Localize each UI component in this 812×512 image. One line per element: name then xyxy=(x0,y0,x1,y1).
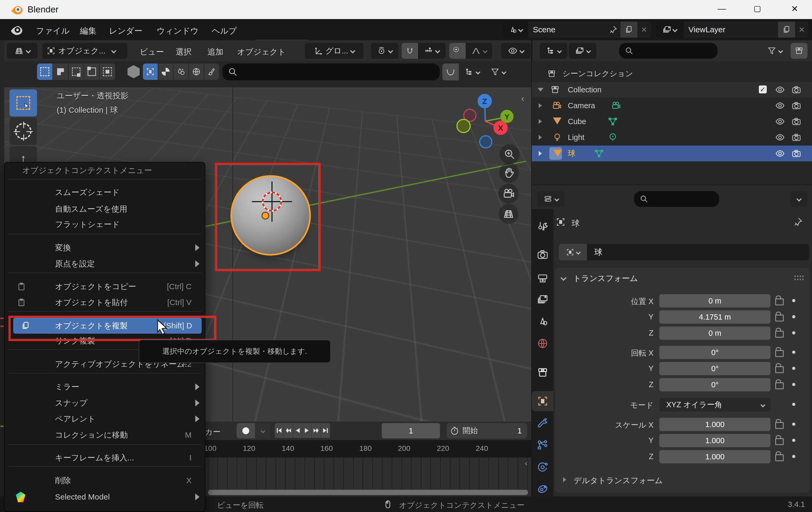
delta-transform-label[interactable]: デルタトランスフォーム xyxy=(574,475,663,486)
scene-pin-icon[interactable] xyxy=(609,25,618,34)
properties-options-dropdown[interactable] xyxy=(790,191,808,207)
disclosure-closed-icon[interactable] xyxy=(539,119,542,124)
viewlayer-browse-button[interactable] xyxy=(656,22,684,37)
outliner-row-scene-collection[interactable]: シーンコレクション xyxy=(532,66,812,82)
menu-object[interactable]: オブジェクト xyxy=(237,47,286,57)
menu-item-copy-object[interactable]: オブジェクトをコピー[Ctrl] C xyxy=(5,279,205,294)
jump-end-button[interactable] xyxy=(321,423,330,438)
scene-name[interactable]: Scene xyxy=(533,25,609,34)
proportional-edit-toggle[interactable] xyxy=(449,43,466,59)
menu-edit[interactable]: 編集 xyxy=(80,25,96,36)
keyframe-dot[interactable] xyxy=(792,331,795,335)
panel-grip-icon[interactable] xyxy=(794,275,804,281)
outliner-filter-dropdown[interactable] xyxy=(761,43,788,59)
next-keyframe-button[interactable] xyxy=(312,423,321,438)
camera-data-icon[interactable] xyxy=(611,101,621,110)
hide-eye-icon[interactable] xyxy=(775,101,785,110)
snap-toggle[interactable] xyxy=(402,43,418,59)
lock-icon[interactable] xyxy=(775,422,784,429)
play-button[interactable] xyxy=(302,423,311,438)
hide-eye-icon[interactable] xyxy=(775,117,785,126)
pan-hand-button[interactable] xyxy=(499,163,519,183)
exclude-checkbox[interactable]: ✓ xyxy=(759,85,767,93)
navigation-gizmo[interactable]: Z Y X xyxy=(454,92,520,153)
scale-z-field[interactable]: 1.000 xyxy=(659,450,771,463)
tab-world[interactable] xyxy=(532,333,553,353)
render-camera-icon[interactable] xyxy=(792,85,801,94)
rot-z-field[interactable]: 0° xyxy=(659,378,771,391)
perspective-toggle-button[interactable] xyxy=(498,204,519,224)
lock-icon[interactable] xyxy=(775,366,784,373)
tab-object[interactable] xyxy=(532,391,553,411)
menu-item-delete[interactable]: 削除X xyxy=(5,473,205,488)
scale-x-field[interactable]: 1.000 xyxy=(659,418,771,431)
disclosure-open-icon[interactable] xyxy=(538,88,544,91)
keyframe-dot[interactable] xyxy=(792,350,795,354)
filter-dropdown[interactable] xyxy=(485,63,511,80)
tab-physics[interactable] xyxy=(532,457,553,477)
lock-icon[interactable] xyxy=(775,350,784,357)
delta-transform-chevron[interactable] xyxy=(563,477,566,482)
disclosure-closed-icon[interactable] xyxy=(539,151,542,156)
outliner-editor-type-dropdown[interactable] xyxy=(540,43,567,59)
breadcrumb[interactable]: 球 xyxy=(572,218,579,229)
current-frame-field[interactable]: 1 xyxy=(382,423,440,438)
scale-y-field[interactable]: 1.000 xyxy=(659,434,771,447)
properties-editor-type-dropdown[interactable] xyxy=(537,191,564,207)
menu-item-snap[interactable]: スナップ xyxy=(5,395,205,411)
outliner-row-light[interactable]: Light xyxy=(532,130,812,145)
timeline-collapse-arrow[interactable]: ‹ xyxy=(525,459,528,467)
minimize-button[interactable]: — xyxy=(718,4,726,13)
menu-item-insert-keyframe[interactable]: キーフレームを挿入...I xyxy=(5,450,205,465)
keying-dropdown[interactable] xyxy=(255,423,270,438)
select-mode-extend[interactable] xyxy=(53,63,68,80)
display-mode-dropdown[interactable] xyxy=(459,63,485,80)
menu-item-parent[interactable]: ペアレント xyxy=(5,411,205,427)
filter-world-toggle[interactable] xyxy=(189,63,204,80)
tool-select-box[interactable] xyxy=(9,89,37,116)
falloff-dropdown[interactable] xyxy=(466,43,492,59)
tab-tool[interactable] xyxy=(532,217,553,236)
rotation-mode-dropdown[interactable]: XYZ オイラー角 xyxy=(659,398,771,412)
rot-x-field[interactable]: 0° xyxy=(659,346,771,359)
prev-keyframe-button[interactable] xyxy=(284,423,293,438)
filter-material-toggle[interactable] xyxy=(158,63,173,80)
menu-item-auto-smooth[interactable]: 自動スムーズを使用 xyxy=(5,201,205,217)
menu-item-paste-object[interactable]: オブジェクトを貼付[Ctrl] V xyxy=(5,295,205,310)
tab-object-data[interactable] xyxy=(532,479,553,499)
mesh-data-icon[interactable] xyxy=(608,117,617,126)
tab-particles[interactable] xyxy=(532,435,553,455)
lock-icon[interactable] xyxy=(775,382,784,389)
properties-search-input[interactable] xyxy=(634,191,719,207)
keyframe-dot[interactable] xyxy=(792,403,795,406)
keyframe-dot[interactable] xyxy=(792,423,795,426)
menu-item-set-origin[interactable]: 原点を設定 xyxy=(5,256,205,272)
keyframe-dot[interactable] xyxy=(792,455,795,458)
tab-view-layer[interactable] xyxy=(532,289,553,310)
viewlayer-remove-button[interactable]: ✕ xyxy=(795,25,809,34)
maximize-button[interactable]: ▢ xyxy=(754,4,761,13)
hide-eye-icon[interactable] xyxy=(775,133,785,142)
jump-start-button[interactable] xyxy=(274,423,284,438)
menu-add[interactable]: 追加 xyxy=(207,47,223,57)
filter-object-toggle[interactable] xyxy=(143,63,158,80)
hide-eye-icon[interactable] xyxy=(775,85,785,94)
keyframe-dot[interactable] xyxy=(792,439,795,442)
close-button[interactable]: ✕ xyxy=(791,4,798,14)
menu-window[interactable]: ウィンドウ xyxy=(156,25,199,36)
loc-y-field[interactable]: 4.1751 m xyxy=(659,310,771,323)
tab-modifiers[interactable] xyxy=(532,413,553,433)
mode-dropdown[interactable]: オブジェク... xyxy=(42,43,127,59)
select-mode-invert[interactable] xyxy=(84,63,99,80)
viewlayer-new-button[interactable] xyxy=(778,22,795,37)
menu-item-convert[interactable]: 変換 xyxy=(5,240,205,255)
menu-item-mirror[interactable]: ミラー xyxy=(5,379,205,395)
tab-render[interactable] xyxy=(532,245,553,264)
outliner-display-mode-dropdown[interactable] xyxy=(569,43,597,59)
light-data-icon[interactable] xyxy=(608,133,617,142)
lock-icon[interactable] xyxy=(775,315,784,321)
new-collection-button[interactable] xyxy=(790,43,808,59)
keyframe-dot[interactable] xyxy=(792,367,795,370)
lock-icon[interactable] xyxy=(775,331,784,338)
select-mode-new[interactable] xyxy=(37,63,52,80)
